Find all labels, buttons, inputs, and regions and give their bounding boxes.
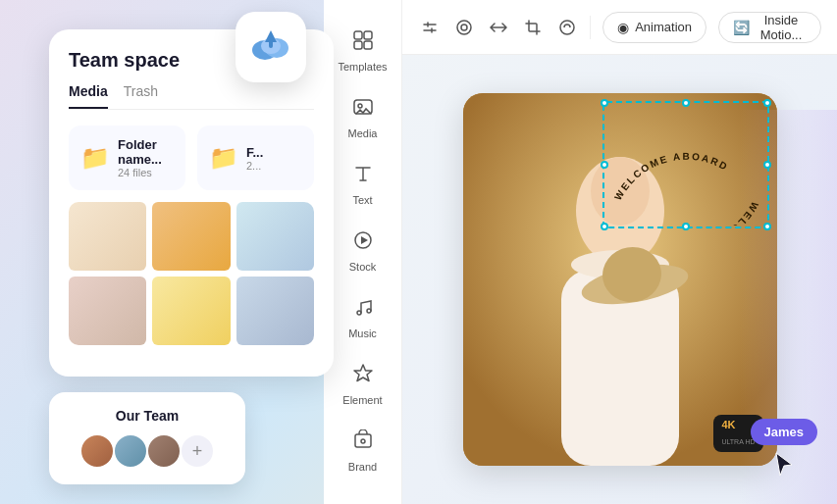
media-thumb-6[interactable] [236, 277, 314, 345]
svg-point-17 [457, 21, 471, 34]
music-label: Music [348, 328, 377, 339]
folder-count-1: 24 files [118, 167, 174, 178]
main-canvas: ◉ Animation 🔄 Inside Motio... [402, 0, 837, 504]
media-label: Media [348, 127, 378, 139]
toolbar: ◉ Animation 🔄 Inside Motio... [402, 0, 837, 55]
svg-rect-6 [364, 31, 372, 39]
sidebar-item-text[interactable]: Text [329, 153, 397, 216]
svg-point-19 [560, 21, 574, 34]
text-label: Text [352, 194, 372, 206]
text-icon [352, 163, 374, 190]
flip-icon[interactable] [487, 12, 509, 43]
brand-icon [352, 429, 374, 457]
animation-label: Animation [635, 20, 692, 34]
folder-name-1: Folder name... [118, 137, 174, 167]
element-icon [352, 363, 374, 390]
filter-icon[interactable] [555, 12, 578, 43]
badge-ultra-hd-text: ULTRA HD [721, 438, 755, 445]
stock-icon [352, 229, 374, 257]
svg-rect-4 [269, 38, 273, 48]
canvas-area: 4K ULTRA HD WELCOME ABOARD [402, 55, 837, 504]
team-space-tabs: Media Trash [69, 83, 314, 110]
svg-rect-5 [354, 31, 362, 39]
sidebar: Templates Media Text Stock [324, 0, 402, 504]
inside-motion-label: Inside Motio... [756, 13, 807, 42]
sidebar-item-media[interactable]: Media [329, 86, 397, 149]
svg-point-14 [367, 309, 371, 313]
svg-point-10 [358, 104, 362, 108]
svg-point-13 [357, 311, 361, 315]
sidebar-item-stock[interactable]: Stock [329, 220, 397, 282]
tab-trash[interactable]: Trash [124, 83, 158, 109]
sidebar-item-templates[interactable]: Templates [329, 20, 397, 82]
folder-count-2: 2... [246, 160, 263, 172]
cursor-arrow [772, 451, 796, 484]
curved-text-svg: WELCOME ABOARD WELCOME ABOARD [605, 103, 767, 226]
avatar-3 [146, 433, 182, 469]
folder-item-2[interactable]: 📁 F... 2... [197, 126, 314, 190]
mask-icon[interactable] [452, 12, 475, 43]
svg-rect-15 [355, 434, 371, 447]
sidebar-item-element[interactable]: Element [329, 353, 397, 416]
folder-name-2: F... [246, 145, 263, 160]
our-team-label: Our Team [69, 408, 226, 424]
sidebar-item-brand[interactable]: Brand [329, 420, 397, 482]
upload-cloud-icon [249, 25, 292, 71]
james-badge: James [751, 419, 817, 445]
sidebar-item-music[interactable]: Music [329, 286, 397, 349]
avatar-1 [79, 433, 115, 469]
svg-rect-8 [364, 41, 372, 49]
svg-marker-12 [361, 236, 368, 244]
media-grid [69, 202, 314, 345]
crop-icon[interactable] [521, 12, 544, 43]
adjust-icon[interactable] [418, 12, 441, 43]
svg-point-18 [461, 25, 467, 30]
design-canvas[interactable]: 4K ULTRA HD WELCOME ABOARD [463, 93, 777, 466]
inside-motion-icon: 🔄 [733, 20, 750, 35]
avatar-2 [113, 433, 148, 469]
folder-list: 📁 Folder name... 24 files 📁 F... 2... [69, 126, 314, 190]
folder-item-1[interactable]: 📁 Folder name... 24 files [69, 126, 185, 190]
media-thumb-2[interactable] [152, 202, 230, 271]
tab-media[interactable]: Media [69, 83, 108, 109]
stock-label: Stock [349, 261, 377, 273]
upload-icon-container[interactable] [235, 12, 306, 82]
add-member-button[interactable]: + [180, 433, 215, 469]
media-thumb-4[interactable] [69, 277, 146, 345]
team-avatars: + [69, 433, 226, 469]
svg-text:WELCOME ABOARD: WELCOME ABOARD [642, 200, 759, 226]
templates-label: Templates [338, 61, 387, 73]
our-team-box: Our Team + [49, 392, 245, 484]
inside-motion-button[interactable]: 🔄 Inside Motio... [718, 12, 821, 43]
svg-text:WELCOME ABOARD: WELCOME ABOARD [612, 151, 730, 202]
media-icon [352, 96, 374, 124]
toolbar-divider [590, 16, 591, 39]
brand-label: Brand [348, 461, 377, 473]
media-thumb-3[interactable] [236, 202, 314, 271]
media-thumb-1[interactable] [69, 202, 146, 271]
folder-icon-1: 📁 [80, 144, 110, 172]
templates-icon [352, 29, 374, 57]
folder-icon-2: 📁 [209, 144, 238, 172]
element-label: Element [342, 394, 382, 406]
animation-button[interactable]: ◉ Animation [602, 12, 706, 43]
animation-icon: ◉ [617, 20, 629, 35]
svg-rect-7 [354, 41, 362, 49]
svg-point-16 [361, 439, 365, 443]
media-thumb-5[interactable] [152, 277, 230, 345]
music-icon [352, 296, 374, 324]
